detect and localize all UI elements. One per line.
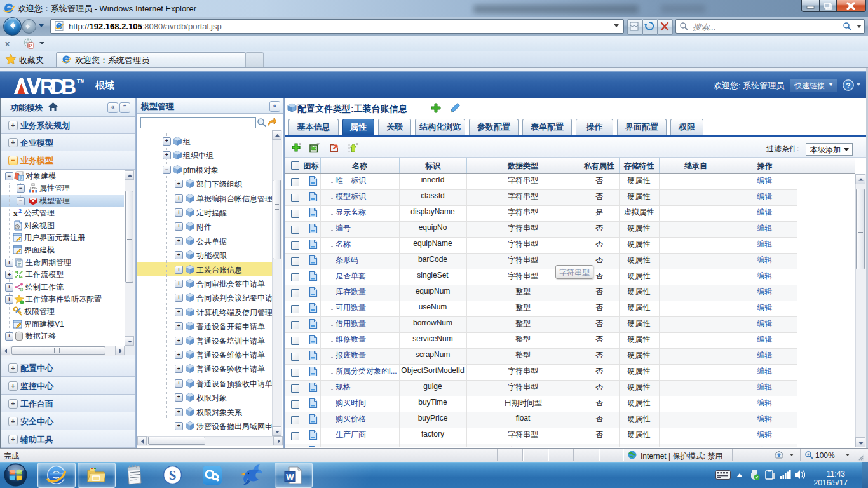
svg-text:S: S: [169, 468, 177, 483]
svg-text:W: W: [286, 472, 294, 482]
